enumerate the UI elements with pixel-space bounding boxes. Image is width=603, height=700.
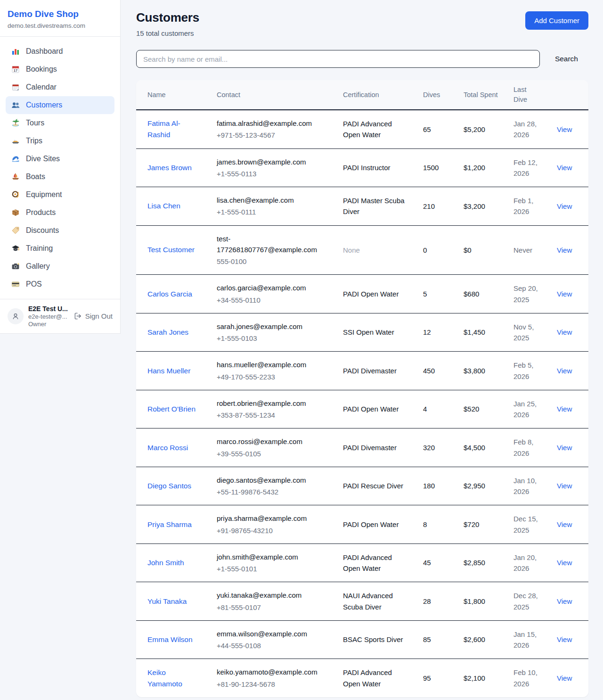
sidebar-item-dashboard[interactable]: Dashboard xyxy=(6,42,114,60)
view-customer-link[interactable]: View xyxy=(557,635,572,643)
view-customer-link[interactable]: View xyxy=(557,202,572,210)
view-customer-link[interactable]: View xyxy=(557,520,572,528)
sidebar-item-gallery[interactable]: Gallery xyxy=(6,257,114,275)
view-customer-link[interactable]: View xyxy=(557,290,572,298)
search-button[interactable]: Search xyxy=(552,54,581,64)
customer-last-dive: Jan 15, 2026 xyxy=(506,620,549,659)
customer-count: 15 total customers xyxy=(136,29,199,37)
customers-icon xyxy=(11,101,20,109)
column-header-dives: Dives xyxy=(416,80,456,110)
customer-dives: 28 xyxy=(416,582,456,621)
page-title: Customers xyxy=(136,10,199,25)
view-customer-link[interactable]: View xyxy=(557,405,572,413)
view-customer-link[interactable]: View xyxy=(557,367,572,375)
sidebar: Demo Dive Shop demo.test.divestreams.com… xyxy=(0,0,121,334)
customer-total-spent: $1,450 xyxy=(456,313,506,352)
customer-name-link[interactable]: Emma Wilson xyxy=(147,635,193,643)
sidebar-item-label: Customers xyxy=(26,101,62,109)
customer-certification: PADI Divemaster xyxy=(335,428,416,467)
customer-name-link[interactable]: Keiko Yamamoto xyxy=(147,668,182,688)
sidebar-item-label: Discounts xyxy=(26,226,59,235)
svg-text:17: 17 xyxy=(14,68,17,73)
customer-total-spent: $3,200 xyxy=(456,187,506,226)
table-row: Emma Wilson emma.wilson@example.com +44-… xyxy=(136,620,588,659)
customer-name-link[interactable]: Hans Mueller xyxy=(147,367,190,375)
discounts-icon xyxy=(11,226,20,235)
boats-icon xyxy=(11,173,20,181)
customer-email: fatima.alrashid@example.com xyxy=(217,118,328,129)
customer-name-link[interactable]: Diego Santos xyxy=(147,482,191,490)
calendar-icon xyxy=(11,83,20,91)
table-row: Diego Santos diego.santos@example.com +5… xyxy=(136,467,588,505)
customer-total-spent: $720 xyxy=(456,505,506,544)
customer-name-link[interactable]: Test Customer xyxy=(147,246,195,254)
view-customer-link[interactable]: View xyxy=(557,125,572,133)
search-input[interactable] xyxy=(136,50,540,68)
avatar xyxy=(8,308,24,324)
sidebar-item-label: Trips xyxy=(26,137,42,145)
customer-dives: 95 xyxy=(416,659,456,697)
customer-dives: 12 xyxy=(416,313,456,352)
customer-total-spent: $4,500 xyxy=(456,428,506,467)
customer-email: marco.rossi@example.com xyxy=(217,436,328,447)
customer-certification: PADI Rescue Diver xyxy=(335,467,416,505)
sidebar-item-products[interactable]: Products xyxy=(6,204,114,222)
customer-dives: 1500 xyxy=(416,148,456,187)
view-customer-link[interactable]: View xyxy=(557,246,572,254)
sidebar-item-calendar[interactable]: Calendar xyxy=(6,78,114,96)
customer-name-link[interactable]: Marco Rossi xyxy=(147,444,188,452)
customer-name-link[interactable]: Fatima Al-Rashid xyxy=(147,119,180,139)
customer-last-dive: Dec 28, 2025 xyxy=(506,582,549,621)
view-customer-link[interactable]: View xyxy=(557,559,572,567)
customer-phone: +44-555-0108 xyxy=(217,640,328,651)
customer-email: test-1772681807767@example.com xyxy=(217,233,328,255)
customer-name-link[interactable]: John Smith xyxy=(147,559,184,567)
customer-name-link[interactable]: James Brown xyxy=(147,164,192,172)
customer-email: carlos.garcia@example.com xyxy=(217,282,328,293)
sidebar-item-tours[interactable]: Tours xyxy=(6,114,114,132)
customer-name-link[interactable]: Priya Sharma xyxy=(147,520,192,528)
sign-out-button[interactable]: Sign Out xyxy=(74,312,113,320)
sidebar-item-bookings[interactable]: 17 Bookings xyxy=(6,60,114,78)
customer-last-dive: Never xyxy=(506,225,549,275)
column-header-certification: Certification xyxy=(335,80,416,110)
sidebar-item-pos[interactable]: POS xyxy=(6,275,114,293)
customer-phone: +353-87-555-1234 xyxy=(217,410,328,420)
view-customer-link[interactable]: View xyxy=(557,482,572,490)
table-row: Carlos Garcia carlos.garcia@example.com … xyxy=(136,275,588,313)
brand-domain: demo.test.divestreams.com xyxy=(8,22,113,29)
view-customer-link[interactable]: View xyxy=(557,164,572,172)
view-customer-link[interactable]: View xyxy=(557,444,572,452)
sidebar-item-dive-sites[interactable]: Dive Sites xyxy=(6,150,114,168)
view-customer-link[interactable]: View xyxy=(557,597,572,605)
customer-name-link[interactable]: Sarah Jones xyxy=(147,328,188,336)
table-row: Robert O'Brien robert.obrien@example.com… xyxy=(136,390,588,428)
customer-total-spent: $2,950 xyxy=(456,467,506,505)
sidebar-item-equipment[interactable]: Equipment xyxy=(6,186,114,204)
customer-name-link[interactable]: Lisa Chen xyxy=(147,202,180,210)
customer-phone: +49-170-555-2233 xyxy=(217,371,328,382)
table-row: Fatima Al-Rashid fatima.alrashid@example… xyxy=(136,110,588,148)
customer-email: john.smith@example.com xyxy=(217,552,328,562)
customer-phone: +1-555-0101 xyxy=(217,563,328,574)
sidebar-item-discounts[interactable]: Discounts xyxy=(6,222,114,239)
view-customer-link[interactable]: View xyxy=(557,328,572,336)
customer-name-link[interactable]: Yuki Tanaka xyxy=(147,597,187,605)
customer-last-dive: Jan 28, 2026 xyxy=(506,110,549,148)
tours-icon xyxy=(11,119,20,127)
sidebar-item-training[interactable]: Training xyxy=(6,239,114,257)
customer-email: yuki.tanaka@example.com xyxy=(217,590,328,601)
add-customer-button[interactable]: Add Customer xyxy=(525,11,588,30)
trips-icon xyxy=(11,137,20,145)
view-customer-link[interactable]: View xyxy=(557,674,572,682)
column-header-contact: Contact xyxy=(209,80,335,110)
sidebar-item-boats[interactable]: Boats xyxy=(6,168,114,186)
sidebar-item-customers[interactable]: Customers xyxy=(6,96,114,114)
table-row: Keiko Yamamoto keiko.yamamoto@example.co… xyxy=(136,659,588,697)
customer-email: emma.wilson@example.com xyxy=(217,628,328,639)
customer-name-link[interactable]: Carlos Garcia xyxy=(147,290,192,298)
customer-certification: None xyxy=(335,225,416,275)
customer-name-link[interactable]: Robert O'Brien xyxy=(147,405,196,413)
sidebar-item-trips[interactable]: Trips xyxy=(6,132,114,150)
customer-dives: 5 xyxy=(416,275,456,313)
